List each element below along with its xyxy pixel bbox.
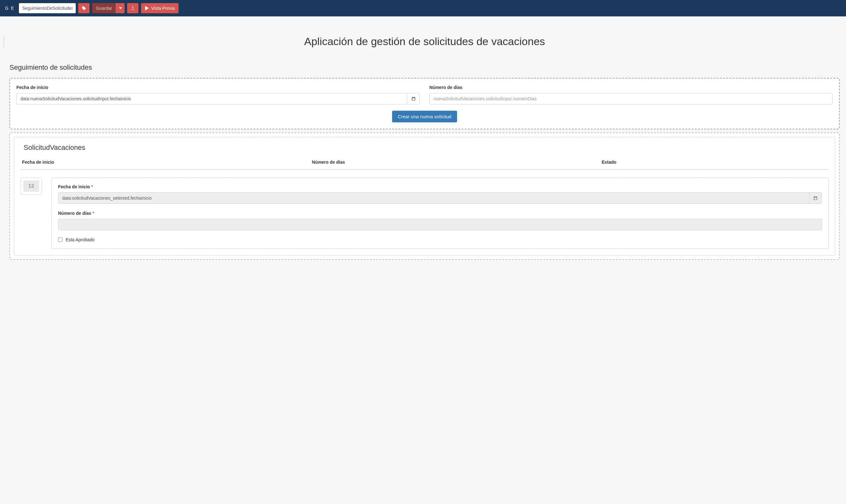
calendar-icon bbox=[813, 196, 817, 200]
export-button[interactable] bbox=[127, 3, 139, 13]
detail-fecha-input bbox=[58, 192, 809, 204]
aprobado-checkbox[interactable] bbox=[58, 237, 62, 242]
fecha-inicio-group: Fecha de inicio bbox=[16, 85, 420, 104]
content-area: Aplicación de gestión de solicitudes de … bbox=[0, 16, 846, 266]
col-fecha-inicio: Fecha de inicio bbox=[22, 160, 312, 165]
save-button-group: Guardar bbox=[92, 3, 125, 13]
calendar-icon bbox=[411, 96, 416, 101]
tag-icon bbox=[82, 6, 86, 11]
table-header: Fecha de inicio Número de días Estado bbox=[20, 160, 829, 170]
save-dropdown-button[interactable] bbox=[116, 3, 125, 13]
detail-fecha-group: Fecha de inicio * bbox=[58, 184, 822, 204]
detail-dias-group: Número de días * bbox=[58, 211, 822, 230]
save-button[interactable]: Guardar bbox=[92, 3, 116, 13]
topbar: G E Guardar Vista Previa bbox=[0, 0, 846, 16]
section-title: Seguimiento de solicitudes bbox=[10, 64, 840, 72]
numero-dias-label: Número de días bbox=[429, 85, 833, 90]
required-indicator: * bbox=[92, 211, 94, 216]
required-indicator: * bbox=[91, 184, 93, 189]
col-numero-dias: Número de días bbox=[312, 160, 602, 165]
detail-dias-input bbox=[58, 219, 822, 230]
fecha-inicio-label: Fecha de inicio bbox=[16, 85, 420, 90]
row-number: 12 bbox=[23, 180, 39, 192]
logo-text: G E bbox=[3, 6, 16, 11]
page-name-input[interactable] bbox=[19, 3, 76, 13]
export-icon bbox=[131, 6, 135, 11]
tag-button[interactable] bbox=[78, 3, 90, 13]
numero-dias-group: Número de días bbox=[429, 85, 833, 104]
detail-dias-label: Número de días * bbox=[58, 211, 822, 216]
aprobado-label: Esta Aprobado bbox=[66, 237, 95, 242]
fecha-inicio-calendar-button[interactable] bbox=[407, 93, 420, 104]
col-estado: Estado bbox=[601, 160, 827, 165]
fecha-inicio-input[interactable] bbox=[16, 93, 407, 104]
caret-down-icon bbox=[119, 7, 122, 10]
preview-button[interactable]: Vista Previa bbox=[141, 3, 178, 13]
play-icon bbox=[145, 6, 149, 11]
detail-fecha-label: Fecha de inicio * bbox=[58, 184, 822, 189]
detail-fecha-calendar-button[interactable] bbox=[809, 192, 822, 204]
aprobado-checkbox-row: Esta Aprobado bbox=[58, 237, 822, 242]
page-title: Aplicación de gestión de solicitudes de … bbox=[10, 35, 840, 48]
numero-dias-input[interactable] bbox=[429, 93, 833, 104]
create-request-button[interactable]: Crear una nueva solicitud bbox=[392, 111, 457, 122]
list-title: SolicitudVacaciones bbox=[20, 144, 829, 152]
create-request-panel: Fecha de inicio Número de días Crear una… bbox=[10, 78, 840, 129]
list-inner-panel: SolicitudVacaciones Fecha de inicio Núme… bbox=[14, 137, 835, 255]
detail-row: 12 Fecha de inicio * bbox=[20, 178, 829, 249]
row-number-wrap: 12 bbox=[20, 178, 42, 195]
detail-form-panel: Fecha de inicio * Número de días * bbox=[51, 178, 829, 249]
list-outer-panel: SolicitudVacaciones Fecha de inicio Núme… bbox=[10, 132, 840, 260]
preview-button-label: Vista Previa bbox=[151, 6, 175, 11]
